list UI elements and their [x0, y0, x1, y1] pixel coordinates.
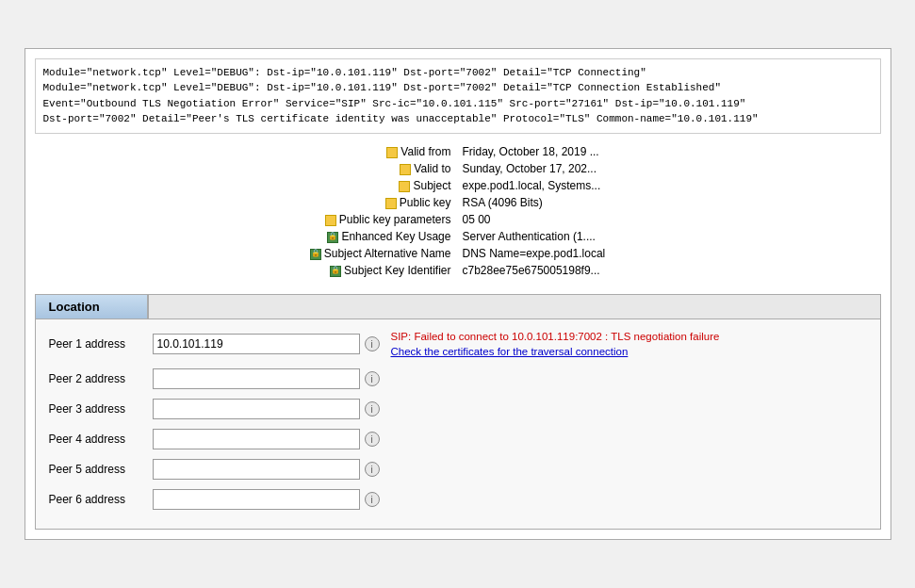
cert-value: Sunday, October 17, 202...: [456, 160, 611, 177]
green-lock-icon: [327, 232, 338, 243]
error-message: SIP: Failed to connect to 10.0.101.119:7…: [391, 329, 720, 359]
yellow-icon: [386, 147, 398, 158]
yellow-icon: [399, 181, 410, 192]
cert-label: Valid from: [304, 143, 457, 160]
cert-value: Server Authentication (1....: [456, 228, 611, 245]
cert-label: Subject Alternative Name: [304, 245, 457, 262]
cert-label: Public key: [304, 194, 457, 211]
info-icon-2[interactable]: i: [365, 371, 380, 386]
peer-label: Peer 2 address: [49, 372, 153, 385]
cert-value: c7b28ee75e675005198f9...: [456, 262, 611, 279]
peer-input-2[interactable]: [153, 368, 360, 389]
cert-row: Public keyRSA (4096 Bits): [304, 194, 612, 211]
location-body: Peer 1 addressiSIP: Failed to connect to…: [36, 319, 880, 529]
info-icon-3[interactable]: i: [365, 401, 380, 416]
location-header-row: Location: [36, 295, 880, 319]
peer-row: Peer 6 addressi: [49, 489, 867, 510]
cert-value: RSA (4096 Bits): [456, 194, 611, 211]
peer-label: Peer 4 address: [49, 433, 153, 446]
cert-row: Enhanced Key UsageServer Authentication …: [304, 228, 612, 245]
yellow-icon: [325, 215, 336, 226]
log-section: Module="network.tcp" Level="DEBUG": Dst-…: [35, 58, 881, 134]
cert-row: Subject Key Identifierc7b28ee75e67500519…: [304, 262, 612, 279]
peer-row: Peer 4 addressi: [49, 429, 867, 449]
peer-row: Peer 1 addressiSIP: Failed to connect to…: [49, 329, 867, 359]
peer-input-6[interactable]: [153, 489, 360, 510]
log-line-4: Dst-port="7002" Detail="Peer's TLS certi…: [43, 111, 873, 127]
info-icon-6[interactable]: i: [365, 492, 380, 507]
peer-input-1[interactable]: [153, 334, 360, 354]
yellow-icon: [385, 198, 397, 209]
cert-value: 05 00: [456, 211, 611, 228]
location-tab: Location: [36, 295, 149, 318]
main-container: Module="network.tcp" Level="DEBUG": Dst-…: [25, 48, 891, 540]
cert-label: Subject: [304, 177, 457, 194]
cert-table: Valid fromFriday, October 18, 2019 ...Va…: [304, 143, 612, 279]
cert-label: Public key parameters: [304, 211, 457, 228]
cert-value: DNS Name=expe.pod1.local: [456, 245, 611, 262]
info-icon-5[interactable]: i: [365, 462, 380, 477]
cert-row: Public key parameters05 00: [304, 211, 612, 228]
peer-input-4[interactable]: [153, 429, 360, 449]
peer-input-3[interactable]: [153, 399, 360, 419]
cert-label: Subject Key Identifier: [304, 262, 457, 279]
cert-row: Subjectexpe.pod1.local, Systems...: [304, 177, 612, 194]
info-icon-1[interactable]: i: [365, 336, 380, 351]
error-link[interactable]: Check the certificates for the traversal…: [391, 344, 720, 359]
cert-row: Valid toSunday, October 17, 202...: [304, 160, 612, 177]
green-lock-icon: [310, 249, 321, 260]
green-lock-icon: [330, 266, 341, 277]
log-line-1: Module="network.tcp" Level="DEBUG": Dst-…: [43, 65, 873, 81]
cert-value: expe.pod1.local, Systems...: [456, 177, 611, 194]
peer-label: Peer 6 address: [49, 493, 153, 506]
yellow-icon: [400, 164, 411, 175]
log-line-3: Event="Outbound TLS Negotiation Error" S…: [43, 96, 873, 112]
peer-label: Peer 1 address: [49, 337, 153, 351]
peer-row: Peer 2 addressi: [49, 368, 867, 389]
cert-label: Valid to: [304, 160, 457, 177]
cert-label: Enhanced Key Usage: [304, 228, 457, 245]
peer-input-5[interactable]: [153, 459, 360, 480]
log-line-2: Module="network.tcp" Level="DEBUG": Dst-…: [43, 80, 873, 96]
cert-value: Friday, October 18, 2019 ...: [456, 143, 611, 160]
info-icon-4[interactable]: i: [365, 432, 380, 447]
error-main-text: SIP: Failed to connect to 10.0.101.119:7…: [391, 331, 720, 342]
peer-label: Peer 3 address: [49, 402, 153, 416]
peer-row: Peer 3 addressi: [49, 399, 867, 419]
peer-row: Peer 5 addressi: [49, 459, 867, 480]
cert-row: Valid fromFriday, October 18, 2019 ...: [304, 143, 612, 160]
location-section: Location Peer 1 addressiSIP: Failed to c…: [35, 294, 881, 530]
peer-label: Peer 5 address: [49, 463, 153, 476]
cert-row: Subject Alternative NameDNS Name=expe.po…: [304, 245, 612, 262]
cert-table-wrapper: Valid fromFriday, October 18, 2019 ...Va…: [35, 143, 881, 279]
